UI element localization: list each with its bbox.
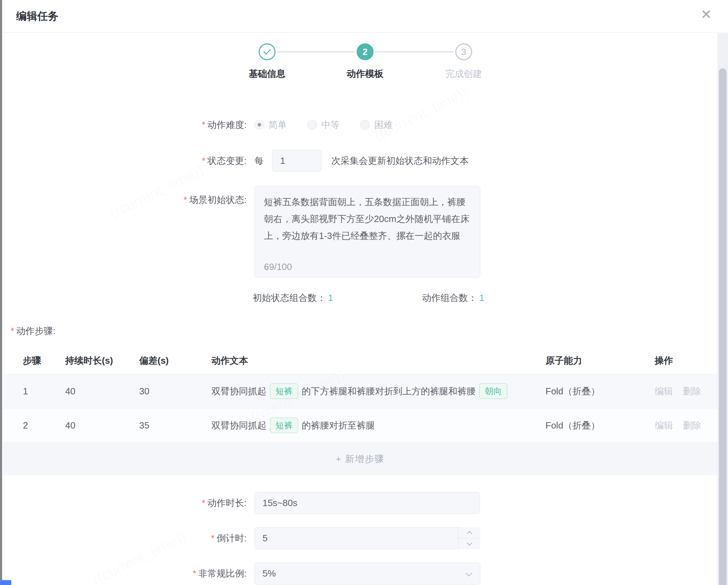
required-asterisk: * [202,119,205,130]
required-asterisk: * [193,568,196,579]
edit-link[interactable]: 编辑 [655,374,673,408]
radio-circle-checked[interactable] [254,120,264,130]
action-combo-value: 1 [479,292,484,303]
object-tag: 短裤 [270,383,298,399]
table-header-row: 步骤 持续时长(s) 偏差(s) 动作文本 原子能力 操作 [3,347,717,374]
initial-state-row: *场景初始状态: 短裤五条数据背面朝上，五条数据正面朝上，裤腰朝右，离头部视野下… [0,186,480,278]
table-row: 1 40 30 双臂协同抓起 短裤 的下方裤腿和裤腰对折到上方的裤腿和裤腰 朝向… [3,374,717,408]
cell-step: 1 [23,374,28,408]
radio-hard[interactable]: 困难 [360,119,393,131]
unusual-ratio-select[interactable]: 5% [254,562,480,585]
radio-circle[interactable] [307,120,317,130]
watermark-text: ((current_time)) [371,84,470,144]
initial-state-textarea[interactable]: 短裤五条数据背面朝上，五条数据正面朝上，裤腰朝右，离头部视野下方至少20cm之外… [254,186,480,278]
radio-medium-label: 中等 [321,119,340,131]
col-header-ability: 原子能力 [545,347,582,374]
delete-link[interactable]: 删除 [683,374,701,408]
scrollbar-thumb[interactable] [719,68,727,585]
dialog-header: 编辑任务 ✕ [2,0,728,33]
col-header-duration: 持续时长(s) [65,347,113,374]
col-header-operations: 操作 [655,347,673,374]
char-counter: 69/100 [264,261,292,272]
cell-deviation: 35 [139,408,149,443]
step-1-label: 基础信息 [249,68,285,80]
radio-easy[interactable]: 简单 [254,119,287,131]
duration-input[interactable]: 15s~80s [254,492,480,514]
difficulty-label: *动作难度: [0,119,247,131]
add-step-button[interactable]: + 新增步骤 [336,453,384,465]
chevron-down-icon [467,540,472,546]
initial-state-label: *场景初始状态: [0,186,247,206]
initial-combo-value: 1 [328,292,333,303]
required-asterisk: * [202,498,205,508]
action-text-segment: 双臂协同抓起 [211,408,266,443]
cell-duration: 40 [65,408,75,443]
col-header-step: 步骤 [23,347,41,374]
cell-step: 2 [23,408,28,443]
state-change-suffix: 次采集会更新初始状态和动作文本 [331,155,469,167]
step-1-circle [259,43,276,60]
unusual-ratio-value: 5% [254,562,480,585]
action-combo-count: 动作组合数：1 [422,292,484,304]
delete-link[interactable]: 删除 [683,408,701,443]
initial-combo-label: 初始状态组合数： [253,292,326,303]
initial-combo-count: 初始状态组合数：1 [253,292,333,304]
close-icon[interactable]: ✕ [701,8,712,21]
check-icon [263,48,271,55]
cell-operations: 编辑 删除 [655,408,701,442]
action-text-segment: 双臂协同抓起 [211,374,266,408]
number-spinner [458,527,480,549]
required-asterisk: * [211,533,215,543]
stepper-connector [375,51,454,53]
state-change-input[interactable]: 1 [272,150,321,172]
radio-easy-label: 简单 [269,119,287,131]
radio-hard-label: 困难 [374,119,393,131]
step-2-label: 动作模板 [347,68,383,80]
duration-row: *动作时长: 15s~80s [0,492,480,514]
countdown-row: *倒计时: 5 [0,527,480,549]
unusual-ratio-row: *非常规比例: 5% [0,562,480,585]
cell-duration: 40 [65,374,75,408]
edit-task-dialog: ((current_time)) ((current_time)) ((curr… [0,0,728,585]
countdown-value[interactable]: 5 [254,527,480,549]
state-change-row: *状态变更: 每 1 次采集会更新初始状态和动作文本 [0,149,469,172]
background-element [0,580,11,585]
cell-deviation: 30 [139,374,149,408]
cell-action-text: 双臂协同抓起 短裤 的裤腰对折至裤腿 [211,408,544,442]
col-header-action-text: 动作文本 [211,347,544,374]
cell-action-text: 双臂协同抓起 短裤 的下方裤腿和裤腰对折到上方的裤腿和裤腰 朝向 [211,374,544,408]
initial-state-value: 短裤五条数据背面朝上，五条数据正面朝上，裤腰朝右，离头部视野下方至少20cm之外… [264,193,471,244]
action-text-segment: 的裤腰对折至裤腿 [302,408,375,443]
step-2-circle: 2 [357,43,374,60]
action-text-segment: 的下方裤腿和裤腰对折到上方的裤腿和裤腰 [302,374,476,408]
required-asterisk: * [184,195,187,205]
spinner-up-button[interactable] [458,527,480,538]
action-steps-title: *动作步骤: [11,325,55,337]
object-tag: 短裤 [270,418,298,433]
edit-link[interactable]: 编辑 [655,408,673,443]
stepper-connector [277,51,355,53]
cell-ability: Fold（折叠） [545,374,600,408]
radio-circle[interactable] [360,120,370,130]
difficulty-row: *动作难度: 简单 中等 困难 [0,117,413,133]
add-step-band: + 新增步骤 [3,442,717,475]
step-3-circle: 3 [455,43,472,60]
radio-medium[interactable]: 中等 [307,119,340,131]
difficulty-radio-group: 简单 中等 困难 [254,119,413,131]
col-header-deviation: 偏差(s) [139,347,169,374]
spinner-down-button[interactable] [458,538,480,549]
chevron-up-icon [467,531,472,536]
cell-operations: 编辑 删除 [655,374,701,408]
cell-ability: Fold（折叠） [545,408,600,443]
state-change-label: *状态变更: [0,155,247,167]
countdown-number-input[interactable]: 5 [254,527,480,549]
table-row: 2 40 35 双臂协同抓起 短裤 的裤腰对折至裤腿 Fold（折叠） 编辑 删… [3,408,717,442]
scrollbar-track[interactable] [717,33,728,585]
duration-label: *动作时长: [0,497,247,509]
dialog-title: 编辑任务 [16,9,58,24]
countdown-label: *倒计时: [0,532,247,544]
unusual-ratio-label: *非常规比例: [0,567,247,580]
orientation-tag: 朝向 [479,383,507,399]
step-3-label: 完成创建 [445,68,482,80]
state-change-prefix: 每 [254,155,264,167]
